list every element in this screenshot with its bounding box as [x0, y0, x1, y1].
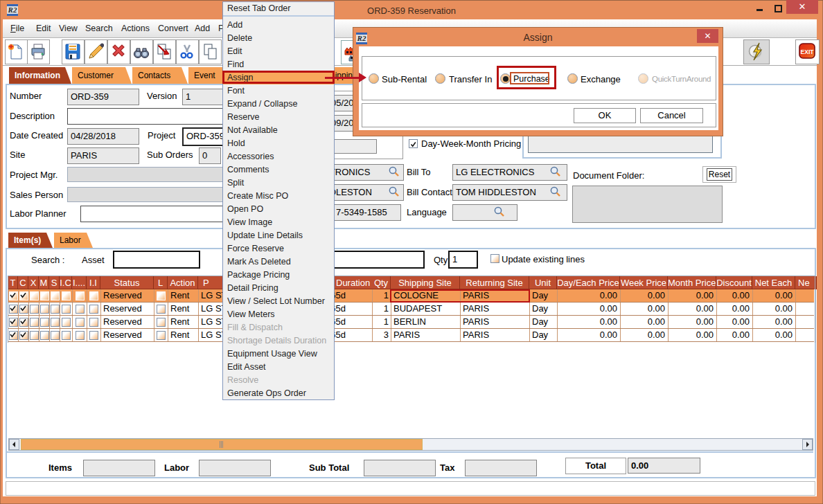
- svg-text:EXIT: EXIT: [801, 48, 815, 55]
